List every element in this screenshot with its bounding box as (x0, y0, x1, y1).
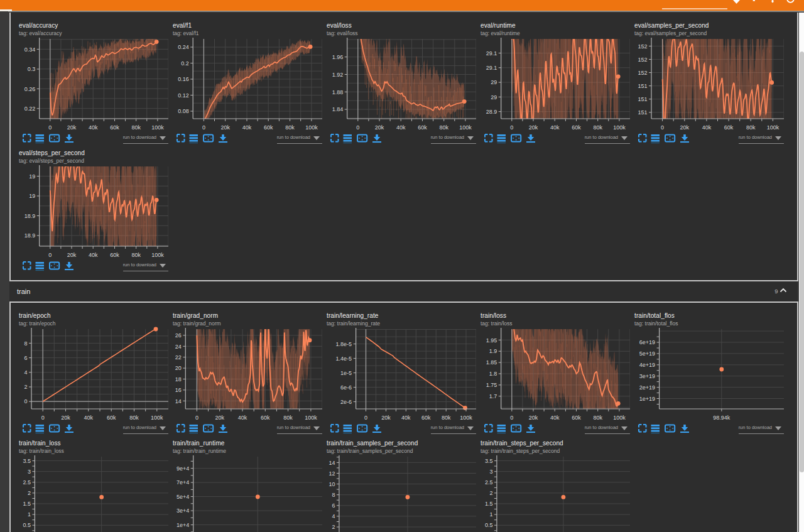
svg-text:0: 0 (202, 124, 205, 131)
svg-text:98.94k: 98.94k (713, 415, 731, 421)
svg-text:0.5: 0.5 (485, 522, 493, 528)
svg-text:0.34: 0.34 (24, 46, 36, 53)
svg-text:1.8: 1.8 (489, 371, 497, 377)
svg-text:80k: 80k (283, 415, 293, 421)
svg-text:80k: 80k (442, 415, 451, 421)
svg-text:40k: 40k (550, 124, 560, 131)
svg-text:0.16: 0.16 (178, 76, 189, 82)
svg-text:60k: 60k (107, 415, 116, 421)
svg-text:0.22: 0.22 (24, 106, 36, 112)
svg-text:0.08: 0.08 (178, 108, 189, 114)
svg-text:20k: 20k (220, 124, 230, 131)
svg-text:0: 0 (510, 415, 513, 421)
svg-text:20k: 20k (529, 415, 538, 421)
svg-text:0.24: 0.24 (178, 44, 189, 50)
svg-text:152: 152 (638, 43, 647, 50)
svg-text:1.7: 1.7 (489, 393, 497, 399)
svg-text:18: 18 (175, 376, 182, 383)
svg-text:0.2: 0.2 (181, 60, 189, 67)
svg-text:1.5: 1.5 (485, 501, 493, 507)
svg-text:20k: 20k (67, 252, 77, 258)
svg-text:29.1: 29.1 (486, 50, 497, 57)
svg-text:60k: 60k (418, 124, 427, 131)
svg-text:0: 0 (41, 415, 45, 421)
svg-text:6e+19: 6e+19 (639, 339, 655, 345)
svg-text:80k: 80k (131, 124, 141, 131)
svg-text:0.5: 0.5 (23, 522, 31, 528)
svg-text:152: 152 (638, 70, 647, 76)
svg-text:14: 14 (175, 398, 182, 404)
svg-text:0: 0 (356, 124, 359, 131)
svg-text:60k: 60k (572, 124, 581, 131)
svg-text:152: 152 (638, 57, 647, 63)
svg-text:100k: 100k (151, 415, 163, 421)
svg-text:2.5: 2.5 (485, 479, 493, 486)
svg-text:8: 8 (332, 492, 335, 498)
svg-text:3e+19: 3e+19 (639, 373, 655, 379)
svg-text:1.8e-5: 1.8e-5 (336, 341, 352, 347)
svg-text:9e+4: 9e+4 (177, 465, 189, 472)
svg-text:2e+19: 2e+19 (639, 384, 655, 391)
svg-text:80k: 80k (746, 124, 756, 131)
svg-text:0.26: 0.26 (24, 86, 36, 92)
svg-text:40k: 40k (401, 415, 411, 421)
svg-text:0.12: 0.12 (178, 92, 189, 99)
svg-text:6e-6: 6e-6 (340, 384, 352, 391)
svg-text:12: 12 (329, 470, 335, 477)
svg-text:2: 2 (28, 490, 31, 496)
svg-text:1.88: 1.88 (332, 89, 344, 95)
svg-text:1: 1 (28, 511, 31, 518)
svg-text:20k: 20k (67, 124, 77, 131)
svg-text:40k: 40k (702, 124, 712, 131)
svg-text:1.95: 1.95 (486, 337, 497, 344)
svg-text:19: 19 (29, 193, 35, 199)
svg-text:1e+19: 1e+19 (639, 396, 655, 402)
svg-text:14: 14 (329, 460, 335, 466)
svg-text:3.5: 3.5 (485, 458, 493, 464)
svg-text:60k: 60k (421, 415, 431, 421)
svg-text:28.9: 28.9 (486, 109, 497, 115)
svg-text:16: 16 (175, 387, 182, 393)
svg-text:60k: 60k (110, 252, 119, 258)
svg-text:4: 4 (332, 513, 335, 519)
svg-text:0: 0 (48, 124, 52, 131)
svg-text:40k: 40k (396, 124, 406, 131)
svg-text:5e+19: 5e+19 (639, 350, 655, 357)
svg-text:4: 4 (24, 369, 27, 376)
svg-text:0: 0 (510, 124, 513, 131)
svg-text:7e+4: 7e+4 (177, 479, 189, 486)
svg-text:40k: 40k (84, 415, 94, 421)
svg-text:1.4e-5: 1.4e-5 (336, 356, 352, 362)
svg-text:22: 22 (175, 354, 182, 361)
svg-text:151: 151 (638, 83, 647, 89)
svg-text:19: 19 (29, 173, 35, 180)
svg-text:100k: 100k (613, 415, 626, 421)
svg-text:20k: 20k (381, 415, 391, 421)
svg-text:80k: 80k (131, 252, 141, 258)
svg-text:8: 8 (24, 340, 27, 347)
svg-text:3: 3 (489, 469, 492, 475)
svg-text:20k: 20k (680, 124, 690, 131)
svg-text:40k: 40k (89, 252, 98, 258)
svg-text:0.3: 0.3 (28, 66, 36, 72)
svg-text:24: 24 (175, 344, 182, 350)
svg-text:2e-6: 2e-6 (340, 399, 352, 405)
svg-text:80k: 80k (285, 124, 295, 131)
svg-text:3.5: 3.5 (23, 458, 31, 464)
svg-text:0: 0 (48, 252, 52, 258)
svg-text:60k: 60k (572, 415, 581, 421)
svg-text:1: 1 (489, 511, 492, 518)
svg-text:20: 20 (175, 365, 182, 371)
svg-text:1.85: 1.85 (486, 359, 497, 366)
svg-text:100k: 100k (151, 252, 164, 258)
svg-text:1.75: 1.75 (486, 382, 497, 388)
svg-text:60k: 60k (110, 124, 119, 131)
svg-text:80k: 80k (129, 415, 139, 421)
svg-text:20k: 20k (61, 415, 70, 421)
svg-text:18.9: 18.9 (24, 213, 36, 219)
svg-text:1.5: 1.5 (23, 501, 31, 507)
svg-text:4e+19: 4e+19 (639, 362, 655, 368)
svg-text:2.5: 2.5 (23, 479, 31, 486)
svg-text:1e-5: 1e-5 (340, 370, 352, 376)
svg-text:6: 6 (24, 355, 27, 361)
